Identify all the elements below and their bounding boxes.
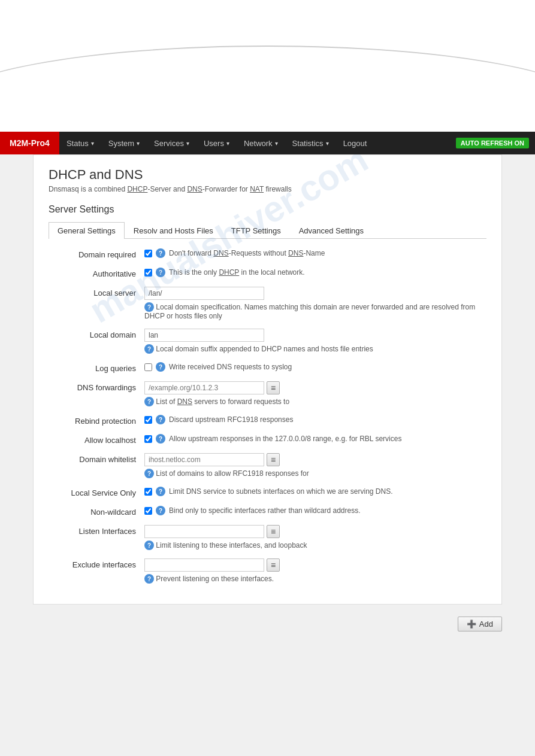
desc-local-domain: ? Local domain suffix appended to DHCP n…	[144, 344, 486, 354]
action-area: ➕ Add	[0, 617, 535, 631]
nav-services[interactable]: Services▾	[147, 132, 197, 154]
desc-allow-localhost: Allow upstream responses in the 127.0.0.…	[169, 435, 401, 443]
help-icon-local-domain[interactable]: ?	[144, 344, 154, 354]
checkbox-local-service-only[interactable]	[144, 488, 152, 496]
checkbox-log-queries[interactable]	[144, 363, 152, 371]
input-domain-whitelist[interactable]	[144, 453, 264, 466]
label-rebind-protection: Rebind protection	[49, 415, 144, 426]
label-dns-forwardings: DNS forwardings	[49, 381, 144, 392]
checkbox-authoritative[interactable]	[144, 269, 152, 277]
desc-domain-required: Don't forward DNS-Requests without DNS-N…	[169, 249, 325, 257]
navbar: M2M-Pro4 Status▾ System▾ Services▾ Users…	[0, 132, 535, 154]
desc-local-service-only: Limit DNS service to subnets interfaces …	[169, 487, 392, 496]
field-domain-whitelist: Domain whitelist ≡ ? List of domains to …	[49, 453, 486, 478]
add-icon: ➕	[467, 620, 476, 629]
label-exclude-interfaces: Exclude interfaces	[49, 558, 144, 569]
field-rebind-protection: Rebind protection ? Discard upstream RFC…	[49, 415, 486, 426]
checkbox-allow-localhost[interactable]	[144, 435, 152, 443]
input-listen-interfaces[interactable]	[144, 525, 264, 538]
field-local-domain: Local domain ? Local domain suffix appen…	[49, 329, 486, 354]
help-icon-authoritative[interactable]: ?	[156, 268, 165, 277]
label-log-queries: Log queries	[49, 362, 144, 373]
control-listen-interfaces: ≡ ? Limit listening to these interfaces,…	[144, 525, 486, 550]
field-local-server: Local server ? Local domain specificatio…	[49, 287, 486, 320]
help-icon-dns-forwardings[interactable]: ?	[144, 397, 154, 406]
label-authoritative: Authoritative	[49, 268, 144, 278]
control-log-queries: ? Write received DNS requests to syslog	[144, 362, 486, 372]
nav-users[interactable]: Users▾	[197, 132, 237, 154]
label-local-service-only: Local Service Only	[49, 487, 144, 497]
nav-status[interactable]: Status▾	[59, 132, 101, 154]
control-domain-required: ? Don't forward DNS-Requests without DNS…	[144, 248, 486, 258]
desc-log-queries: Write received DNS requests to syslog	[169, 363, 292, 371]
add-button[interactable]: ➕ Add	[458, 617, 502, 631]
help-icon-allow-localhost[interactable]: ?	[156, 434, 165, 444]
control-rebind-protection: ? Discard upstream RFC1918 responses	[144, 415, 486, 424]
control-local-server: ? Local domain specification. Names matc…	[144, 287, 486, 320]
help-icon-exclude-interfaces[interactable]: ?	[144, 574, 154, 584]
desc-authoritative: This is the only DHCP in the local netwo…	[169, 268, 305, 277]
list-btn-domain-whitelist[interactable]: ≡	[267, 453, 280, 466]
checkbox-domain-required[interactable]	[144, 250, 152, 257]
desc-listen-interfaces: ? Limit listening to these interfaces, a…	[144, 541, 486, 550]
control-local-domain: ? Local domain suffix appended to DHCP n…	[144, 329, 486, 354]
nav-network[interactable]: Network▾	[237, 132, 285, 154]
field-exclude-interfaces: Exclude interfaces ≡ ? Prevent listening…	[49, 558, 486, 584]
control-local-service-only: ? Limit DNS service to subnets interface…	[144, 487, 486, 496]
desc-non-wildcard: Bind only to specific interfaces rather …	[169, 506, 361, 515]
desc-local-server: ? Local domain specification. Names matc…	[144, 302, 486, 320]
list-btn-exclude-interfaces[interactable]: ≡	[267, 558, 280, 572]
input-exclude-interfaces[interactable]	[144, 558, 264, 572]
control-non-wildcard: ? Bind only to specific interfaces rathe…	[144, 506, 486, 515]
tab-tftp-settings[interactable]: TFTP Settings	[222, 222, 290, 239]
nav-statistics[interactable]: Statistics▾	[285, 132, 336, 154]
field-authoritative: Authoritative ? This is the only DHCP in…	[49, 268, 486, 278]
field-listen-interfaces: Listen Interfaces ≡ ? Limit listening to…	[49, 525, 486, 550]
help-icon-local-service-only[interactable]: ?	[156, 487, 165, 496]
help-icon-domain-required[interactable]: ?	[156, 248, 165, 258]
settings-tabs: General Settings Resolv and Hosts Files …	[49, 222, 486, 239]
section-title: Server Settings	[49, 204, 486, 215]
input-local-domain[interactable]	[144, 329, 264, 342]
help-icon-listen-interfaces[interactable]: ?	[144, 541, 154, 550]
page-subtitle: Dnsmasq is a combined DHCP-Server and DN…	[49, 185, 486, 193]
field-dns-forwardings: DNS forwardings ≡ ? List of DNS servers …	[49, 381, 486, 406]
tab-advanced-settings[interactable]: Advanced Settings	[290, 222, 373, 239]
label-domain-required: Domain required	[49, 248, 144, 259]
label-listen-interfaces: Listen Interfaces	[49, 525, 144, 536]
help-icon-domain-whitelist[interactable]: ?	[144, 469, 154, 478]
help-icon-log-queries[interactable]: ?	[156, 362, 165, 372]
label-domain-whitelist: Domain whitelist	[49, 453, 144, 464]
control-exclude-interfaces: ≡ ? Prevent listening on these interface…	[144, 558, 486, 584]
label-non-wildcard: Non-wildcard	[49, 506, 144, 517]
control-dns-forwardings: ≡ ? List of DNS servers to forward reque…	[144, 381, 486, 406]
checkbox-rebind-protection[interactable]	[144, 416, 152, 424]
navbar-menu: Status▾ System▾ Services▾ Users▾ Network…	[59, 132, 456, 154]
input-dns-forwardings[interactable]	[144, 381, 264, 394]
page-title: DHCP and DNS	[49, 167, 486, 183]
desc-dns-forwardings: ? List of DNS servers to forward request…	[144, 397, 486, 406]
list-btn-dns-forwardings[interactable]: ≡	[267, 381, 280, 394]
checkbox-non-wildcard[interactable]	[144, 507, 152, 515]
control-authoritative: ? This is the only DHCP in the local net…	[144, 268, 486, 277]
input-local-server[interactable]	[144, 287, 264, 300]
desc-rebind-protection: Discard upstream RFC1918 responses	[169, 415, 293, 424]
field-allow-localhost: Allow localhost ? Allow upstream respons…	[49, 434, 486, 445]
help-icon-local-server[interactable]: ?	[144, 302, 154, 312]
label-allow-localhost: Allow localhost	[49, 434, 144, 445]
control-domain-whitelist: ≡ ? List of domains to allow RFC1918 res…	[144, 453, 486, 478]
desc-exclude-interfaces: ? Prevent listening on these interfaces.	[144, 574, 486, 584]
field-local-service-only: Local Service Only ? Limit DNS service t…	[49, 487, 486, 497]
help-icon-non-wildcard[interactable]: ?	[156, 506, 165, 515]
help-icon-rebind-protection[interactable]: ?	[156, 415, 165, 424]
desc-domain-whitelist: ? List of domains to allow RFC1918 respo…	[144, 469, 486, 478]
nav-logout[interactable]: Logout	[336, 132, 374, 154]
tab-general-settings[interactable]: General Settings	[49, 222, 125, 239]
list-btn-listen-interfaces[interactable]: ≡	[267, 525, 280, 538]
add-label: Add	[479, 620, 493, 629]
main-content: DHCP and DNS Dnsmasq is a combined DHCP-…	[33, 154, 502, 605]
tab-resolv-hosts[interactable]: Resolv and Hosts Files	[125, 222, 222, 239]
nav-system[interactable]: System▾	[101, 132, 147, 154]
brand-logo[interactable]: M2M-Pro4	[0, 132, 59, 154]
field-log-queries: Log queries ? Write received DNS request…	[49, 362, 486, 373]
